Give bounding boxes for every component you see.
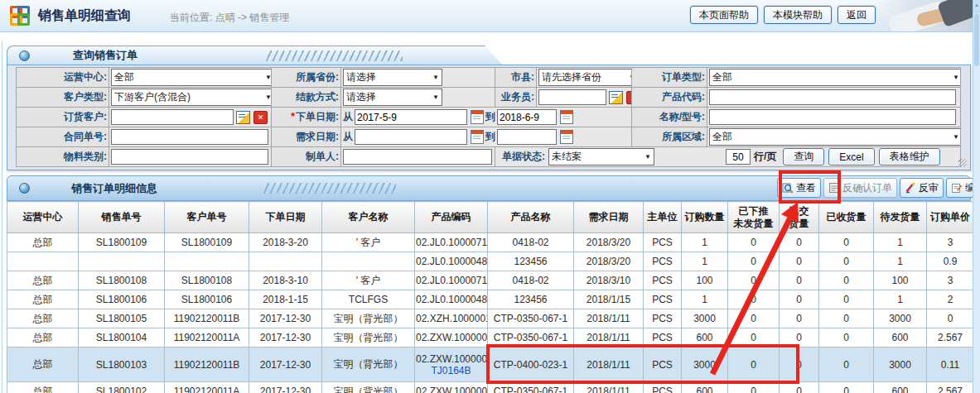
table-cell: 0 bbox=[819, 233, 874, 252]
order-type-select[interactable]: 全部▼ bbox=[709, 69, 961, 86]
vertical-scrollbar[interactable] bbox=[973, 0, 980, 393]
order-date-to-input[interactable] bbox=[497, 109, 557, 125]
customer-type-select[interactable]: 下游客户(含混合)▼ bbox=[111, 89, 272, 106]
column-header[interactable]: 下单日期 bbox=[249, 202, 322, 233]
table-cell bbox=[7, 252, 79, 271]
scrollbar-thumb[interactable] bbox=[974, 13, 979, 66]
table-cell: PCS bbox=[644, 290, 682, 309]
table-cell: 宝明（背光部） bbox=[322, 347, 415, 382]
page-size-unit: 行/页 bbox=[754, 150, 776, 164]
column-header[interactable]: 已下推未发货量 bbox=[728, 202, 780, 233]
table-cell: 600 bbox=[682, 328, 728, 347]
table-cell: 2018-3-10 bbox=[249, 271, 322, 290]
city-select[interactable]: 请先选择省份▼ bbox=[538, 69, 632, 86]
module-help-button[interactable]: 本模块帮助 bbox=[764, 6, 832, 24]
calendar-icon[interactable] bbox=[560, 110, 573, 124]
table-cell: SL1800102 bbox=[79, 382, 165, 393]
unconfirm-order-button[interactable]: 反确认订单 bbox=[823, 178, 897, 198]
search-button[interactable]: 查询 bbox=[783, 148, 824, 165]
resize-grip[interactable] bbox=[958, 159, 967, 167]
table-cell: 2.567 bbox=[927, 328, 974, 347]
table-cell: 0 bbox=[780, 233, 819, 252]
region-select[interactable]: 全部▼ bbox=[709, 128, 961, 146]
column-header[interactable]: 订购数量 bbox=[682, 202, 728, 233]
operation-center-select[interactable]: 全部▼ bbox=[111, 69, 272, 86]
table-cell: 3000 bbox=[682, 309, 728, 328]
unaudit-button[interactable]: 反审 bbox=[900, 178, 944, 198]
scroll-up-arrow[interactable] bbox=[973, 0, 980, 12]
table-cell: 11902120011B bbox=[165, 309, 249, 328]
city-label: 市县: bbox=[495, 68, 537, 88]
table-maintain-button[interactable]: 表格维护 bbox=[879, 148, 940, 165]
column-header[interactable]: 订购单价 bbox=[927, 202, 974, 233]
column-header[interactable]: 已收货量 bbox=[819, 202, 874, 233]
clear-icon[interactable] bbox=[626, 91, 632, 104]
product-code-link[interactable]: TJ0164B bbox=[416, 365, 486, 376]
table-cell: PCS bbox=[644, 271, 682, 290]
table-cell: 0 bbox=[927, 309, 974, 328]
table-row[interactable]: 总部SL1800109SL18001092018-3-20′ 客户02.JL0.… bbox=[7, 233, 974, 252]
column-header[interactable]: 销售单号 bbox=[79, 202, 165, 233]
page-left-border bbox=[2, 41, 2, 393]
table-cell: 0 bbox=[819, 347, 874, 382]
table-cell: 0 bbox=[728, 382, 780, 393]
page-size-input[interactable] bbox=[726, 149, 751, 165]
column-header[interactable]: 待发货量 bbox=[874, 202, 927, 233]
table-row[interactable]: 总部SL180010511902120011B2017-12-30宝明（背光部）… bbox=[7, 309, 974, 328]
name-model-input[interactable] bbox=[709, 109, 956, 125]
table-cell: 0 bbox=[819, 290, 874, 309]
calendar-icon[interactable] bbox=[471, 110, 484, 124]
table-cell: ′ 客户 bbox=[322, 271, 415, 290]
table-row[interactable]: 总部SL1800108SL18001082018-3-10′ 客户02.JL0.… bbox=[7, 271, 974, 290]
doc-maker-input[interactable] bbox=[343, 149, 492, 165]
order-date-from-input[interactable] bbox=[355, 109, 467, 125]
table-cell: 0 bbox=[728, 309, 780, 328]
table-cell: SL1800103 bbox=[79, 347, 165, 382]
excel-button[interactable]: Excel bbox=[828, 148, 874, 165]
page-help-button[interactable]: 本页面帮助 bbox=[690, 6, 758, 24]
column-header[interactable]: 运营中心 bbox=[7, 202, 79, 233]
table-cell: 0.11 bbox=[927, 347, 974, 382]
clear-icon[interactable] bbox=[253, 111, 268, 124]
table-row[interactable]: 02.JL0.10000481234562018/3/20PCS100010.9 bbox=[7, 252, 974, 271]
table-cell: PCS bbox=[644, 382, 682, 393]
province-select[interactable]: 请选择▼ bbox=[343, 69, 442, 86]
table-cell: SL1800106 bbox=[79, 290, 165, 309]
column-header[interactable]: 已交货量 bbox=[780, 202, 819, 233]
view-button[interactable]: 查看 bbox=[777, 178, 821, 198]
chevron-down-icon: ▼ bbox=[432, 74, 439, 81]
grid-section-title: 销售订单明细信息 bbox=[71, 181, 157, 196]
column-header[interactable]: 主单位 bbox=[644, 202, 682, 233]
table-cell: 2017-12-30 bbox=[249, 328, 322, 347]
table-cell: SL1800106 bbox=[165, 290, 249, 309]
contract-no-input[interactable] bbox=[111, 129, 268, 145]
picker-icon[interactable] bbox=[236, 111, 250, 124]
table-row[interactable]: 总部SL180010311902120011B2017-12-30宝明（背光部）… bbox=[7, 347, 974, 382]
back-button[interactable]: 返回 bbox=[838, 6, 876, 24]
table-row[interactable]: 总部SL180010211902120011A2017-12-30宝明（背光部）… bbox=[7, 382, 974, 393]
table-cell: 0418-02 bbox=[488, 233, 574, 252]
column-header[interactable]: 客户单号 bbox=[165, 202, 249, 233]
table-row[interactable]: 总部SL180010411902120011A2017-12-30宝明（背光部）… bbox=[7, 328, 974, 347]
column-header[interactable]: 产品名称 bbox=[488, 202, 574, 233]
material-type-input[interactable] bbox=[111, 149, 268, 165]
calendar-icon[interactable] bbox=[560, 130, 573, 144]
doc-status-select[interactable]: 未结案▼ bbox=[548, 148, 654, 165]
column-header[interactable]: 需求日期 bbox=[574, 202, 644, 233]
table-row[interactable]: 总部SL1800106SL18001062018-1-15TCLFGS02.JL… bbox=[7, 290, 974, 309]
demand-date-from-input[interactable] bbox=[355, 129, 467, 145]
column-header[interactable]: 产品编码 bbox=[415, 202, 488, 233]
table-cell: 3000 bbox=[874, 347, 927, 382]
chevron-down-icon: ▼ bbox=[644, 153, 651, 161]
settlement-select[interactable]: 请选择▼ bbox=[343, 89, 442, 106]
column-header[interactable]: 客户名称 bbox=[322, 202, 415, 233]
order-customer-input[interactable] bbox=[111, 109, 234, 125]
salesman-input[interactable] bbox=[538, 89, 606, 105]
calendar-icon[interactable] bbox=[471, 130, 484, 144]
table-cell: 宝明（背光部） bbox=[322, 328, 415, 347]
order-type-label: 订单类型: bbox=[632, 68, 707, 88]
demand-date-to-input[interactable] bbox=[497, 129, 557, 145]
product-code-input[interactable] bbox=[709, 89, 956, 105]
picker-icon[interactable] bbox=[609, 91, 623, 104]
chevron-down-icon: ▼ bbox=[265, 93, 271, 101]
